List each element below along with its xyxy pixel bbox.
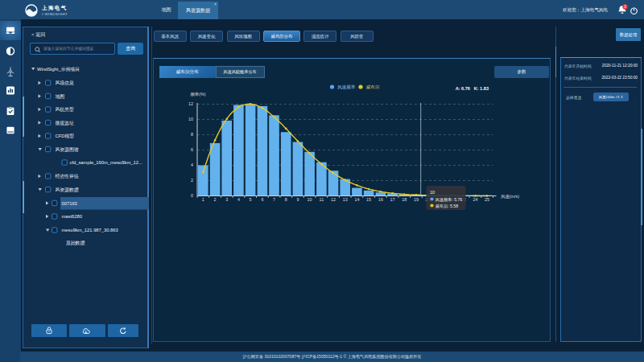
- svg-text:14: 14: [354, 197, 359, 202]
- svg-text:11: 11: [320, 197, 324, 202]
- svg-text:12: 12: [331, 197, 336, 202]
- svg-text:8: 8: [285, 197, 287, 202]
- svg-text:7: 7: [273, 197, 275, 202]
- svg-text:威布尔: 威布尔: [366, 84, 380, 89]
- svg-text:10: 10: [188, 117, 193, 121]
- svg-text:6: 6: [261, 197, 263, 202]
- svg-text:9: 9: [296, 197, 299, 202]
- svg-text:2: 2: [214, 197, 217, 202]
- svg-text:威布尔: 5.58: 威布尔: 5.58: [436, 204, 459, 208]
- svg-text:风速频率: 5.76: 风速频率: 5.76: [436, 197, 463, 202]
- svg-text:3: 3: [225, 197, 228, 202]
- svg-text:25: 25: [485, 197, 489, 202]
- svg-text:风速(m/s): 风速(m/s): [501, 194, 519, 199]
- svg-text:4: 4: [191, 162, 193, 167]
- svg-text:频率(%): 频率(%): [190, 92, 205, 97]
- svg-text:18: 18: [402, 197, 407, 202]
- svg-text:15: 15: [366, 197, 371, 202]
- svg-text:风速频率: 风速频率: [337, 84, 356, 90]
- svg-text:8: 8: [191, 132, 193, 137]
- svg-text:1: 1: [202, 197, 204, 202]
- svg-text:10: 10: [430, 190, 435, 195]
- svg-text:0: 0: [191, 193, 193, 198]
- svg-text:2: 2: [191, 178, 193, 183]
- svg-text:13: 13: [343, 197, 348, 202]
- svg-text:19: 19: [414, 197, 419, 202]
- svg-text:A: 6.76 K: 1.83: A: 6.76 K: 1.83: [456, 86, 489, 91]
- svg-text:12: 12: [188, 101, 193, 106]
- svg-text:4: 4: [237, 197, 240, 202]
- svg-text:17: 17: [390, 197, 395, 202]
- svg-text:5: 5: [250, 197, 252, 202]
- svg-text:6: 6: [191, 147, 193, 152]
- svg-text:24: 24: [473, 197, 478, 202]
- svg-text:16: 16: [378, 197, 383, 202]
- svg-text:10: 10: [308, 197, 312, 202]
